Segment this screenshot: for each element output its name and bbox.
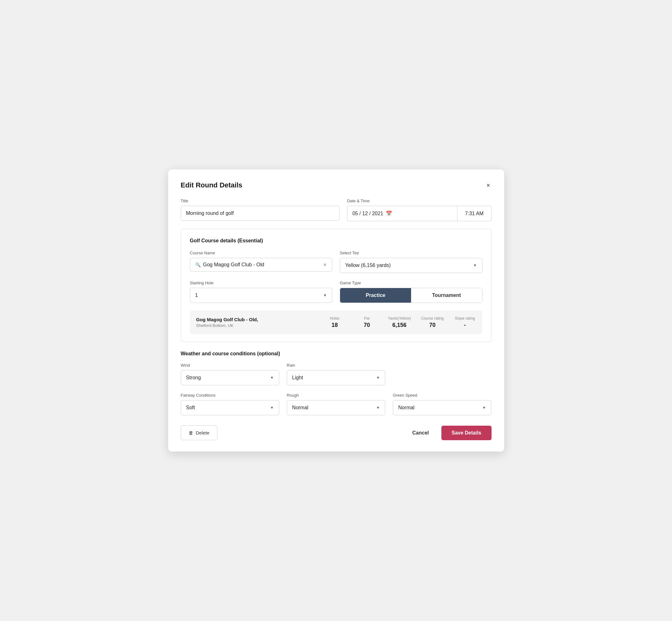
fairway-label: Fairway Conditions bbox=[181, 393, 279, 398]
chevron-down-icon-6: ▼ bbox=[376, 406, 380, 410]
rough-group: Rough Normal ▼ bbox=[287, 393, 385, 415]
par-label: Par bbox=[364, 316, 370, 321]
slope-rating-value: - bbox=[464, 322, 466, 329]
green-speed-select[interactable]: Normal ▼ bbox=[393, 400, 491, 415]
tournament-button[interactable]: Tournament bbox=[411, 288, 482, 303]
chevron-down-icon-2: ▼ bbox=[323, 293, 327, 298]
select-tee-group: Select Tee Yellow (6,156 yards) ▼ bbox=[340, 251, 482, 273]
search-icon: 🔍 bbox=[195, 262, 201, 267]
holes-label: Holes bbox=[330, 316, 339, 321]
course-rating-value: 70 bbox=[429, 322, 435, 329]
select-tee-value: Yellow (6,156 yards) bbox=[345, 262, 473, 268]
fairway-group: Fairway Conditions Soft ▼ bbox=[181, 393, 279, 415]
select-tee-field[interactable]: Yellow (6,156 yards) ▼ bbox=[340, 258, 482, 273]
course-stat-slope-rating: Slope rating - bbox=[454, 316, 476, 329]
game-type-label: Game Type bbox=[340, 281, 482, 285]
wind-rain-row: Wind Strong ▼ Rain Light ▼ bbox=[181, 363, 492, 385]
date-field[interactable]: 05 / 12 / 2021 📅 bbox=[347, 206, 458, 221]
course-name-value: Gog Magog Golf Club - Old bbox=[203, 262, 321, 267]
par-value: 70 bbox=[364, 322, 370, 329]
course-rating-label: Course rating bbox=[421, 316, 444, 321]
course-name-group: Course Name 🔍 Gog Magog Golf Club - Old … bbox=[190, 251, 333, 273]
close-button[interactable]: × bbox=[485, 181, 492, 190]
chevron-down-icon-5: ▼ bbox=[270, 406, 274, 410]
footer-row: 🗑 Delete Cancel Save Details bbox=[181, 425, 492, 440]
time-field[interactable]: 7:31 AM bbox=[458, 206, 492, 221]
course-stat-yards: Yards(Yellow) 6,156 bbox=[388, 316, 411, 329]
datetime-label: Date & Time bbox=[347, 199, 492, 203]
slope-rating-label: Slope rating bbox=[455, 316, 475, 321]
course-stat-par: Par 70 bbox=[356, 316, 378, 329]
title-label: Title bbox=[181, 199, 339, 203]
date-value: 05 / 12 / 2021 bbox=[352, 211, 383, 216]
starting-hole-value: 1 bbox=[195, 292, 323, 298]
fairway-value: Soft bbox=[186, 405, 270, 411]
green-speed-label: Green Speed bbox=[393, 393, 491, 398]
cancel-button[interactable]: Cancel bbox=[405, 426, 436, 440]
rough-label: Rough bbox=[287, 393, 385, 398]
course-name-label: Course Name bbox=[190, 251, 333, 255]
practice-button[interactable]: Practice bbox=[340, 288, 411, 303]
rain-value: Light bbox=[292, 375, 376, 380]
chevron-down-icon-3: ▼ bbox=[270, 375, 274, 380]
title-input[interactable] bbox=[181, 206, 339, 221]
rain-select[interactable]: Light ▼ bbox=[287, 370, 385, 385]
delete-label: Delete bbox=[196, 430, 209, 436]
course-stat-holes: Holes 18 bbox=[324, 316, 346, 329]
course-name-field[interactable]: 🔍 Gog Magog Golf Club - Old ✕ bbox=[190, 258, 333, 272]
wind-select[interactable]: Strong ▼ bbox=[181, 370, 279, 385]
starting-hole-group: Starting Hole 1 ▼ bbox=[190, 281, 333, 303]
rain-group: Rain Light ▼ bbox=[287, 363, 385, 385]
fairway-select[interactable]: Soft ▼ bbox=[181, 400, 279, 415]
chevron-down-icon-7: ▼ bbox=[482, 406, 486, 410]
trash-icon: 🗑 bbox=[189, 430, 194, 436]
edit-round-modal: Edit Round Details × Title Date & Time 0… bbox=[168, 169, 504, 452]
select-tee-label: Select Tee bbox=[340, 251, 482, 255]
wind-label: Wind bbox=[181, 363, 279, 368]
starting-hole-select[interactable]: 1 ▼ bbox=[190, 288, 333, 303]
wind-group: Wind Strong ▼ bbox=[181, 363, 279, 385]
starting-hole-label: Starting Hole bbox=[190, 281, 333, 285]
course-info-name: Gog Magog Golf Club - Old, Shelford Bott… bbox=[196, 317, 313, 328]
game-type-group: Game Type Practice Tournament bbox=[340, 281, 482, 303]
course-info-location: Shelford Bottom, UK bbox=[196, 323, 313, 328]
course-stat-course-rating: Course rating 70 bbox=[421, 316, 444, 329]
yards-label: Yards(Yellow) bbox=[388, 316, 411, 321]
green-speed-group: Green Speed Normal ▼ bbox=[393, 393, 491, 415]
game-type-toggle: Practice Tournament bbox=[340, 288, 482, 303]
delete-button[interactable]: 🗑 Delete bbox=[181, 425, 217, 440]
datetime-group: Date & Time 05 / 12 / 2021 📅 7:31 AM bbox=[347, 199, 492, 221]
holes-value: 18 bbox=[332, 322, 338, 329]
time-value: 7:31 AM bbox=[465, 211, 484, 216]
hole-gametype-row: Starting Hole 1 ▼ Game Type Practice Tou… bbox=[190, 281, 482, 303]
yards-value: 6,156 bbox=[392, 322, 407, 329]
golf-course-section: Golf Course details (Essential) Course N… bbox=[181, 229, 492, 342]
rough-value: Normal bbox=[292, 405, 376, 411]
wind-value: Strong bbox=[186, 375, 270, 380]
course-info-name-main: Gog Magog Golf Club - Old, bbox=[196, 317, 313, 322]
save-button[interactable]: Save Details bbox=[442, 426, 491, 440]
chevron-down-icon-4: ▼ bbox=[376, 375, 380, 380]
weather-section-title: Weather and course conditions (optional) bbox=[181, 351, 492, 357]
weather-section: Weather and course conditions (optional)… bbox=[181, 351, 492, 415]
date-time-fields: 05 / 12 / 2021 📅 7:31 AM bbox=[347, 206, 492, 221]
green-speed-value: Normal bbox=[398, 405, 482, 411]
course-tee-row: Course Name 🔍 Gog Magog Golf Club - Old … bbox=[190, 251, 482, 273]
modal-title: Edit Round Details bbox=[181, 181, 243, 189]
title-datetime-row: Title Date & Time 05 / 12 / 2021 📅 7:31 … bbox=[181, 199, 492, 221]
calendar-icon: 📅 bbox=[386, 210, 392, 216]
rain-label: Rain bbox=[287, 363, 385, 368]
golf-course-title: Golf Course details (Essential) bbox=[190, 238, 482, 244]
modal-header: Edit Round Details × bbox=[181, 181, 492, 190]
course-info-row: Gog Magog Golf Club - Old, Shelford Bott… bbox=[190, 310, 482, 334]
fairway-rough-green-row: Fairway Conditions Soft ▼ Rough Normal ▼… bbox=[181, 393, 492, 415]
title-group: Title bbox=[181, 199, 339, 221]
clear-course-icon[interactable]: ✕ bbox=[323, 262, 327, 267]
rough-select[interactable]: Normal ▼ bbox=[287, 400, 385, 415]
chevron-down-icon: ▼ bbox=[473, 263, 477, 267]
